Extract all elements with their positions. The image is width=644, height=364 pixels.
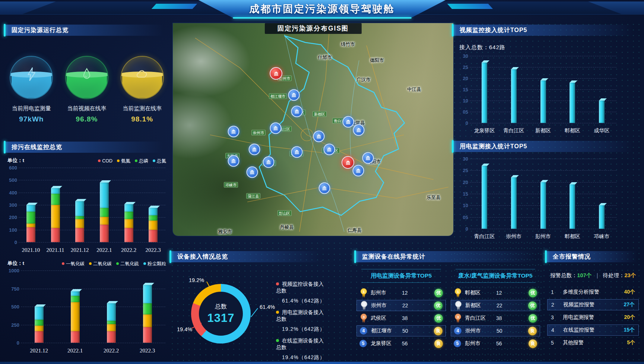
y-tick-label: 250 [8,322,19,327]
alarm-row[interactable]: 4在线监控报警15个 [547,325,639,336]
alarm-row[interactable]: 2视频监控报警27个 [547,299,639,310]
svg-text:1: 1 [363,289,365,293]
abnormal-row[interactable]: 4崇州市50良 [451,325,540,336]
legend-value: 19.4%（642路） [282,354,328,361]
chart-legend: 一氧化碳二氧化碳二氧化硫粉尘颗粒 [57,260,166,267]
region-name: 崇州市 [465,327,497,334]
bar-segment [599,101,605,123]
alarm-row[interactable]: 3用电监测报警20个 [547,312,639,323]
pollution-site-marker[interactable] [353,124,365,136]
legend-item[interactable]: 一氧化碳 [62,261,85,267]
chart-meta: 单位：t一氧化碳二氧化碳二氧化硫粉尘颗粒 [7,260,166,268]
map-city-label: 乐至县 [426,194,441,201]
legend-dot-icon [89,262,92,265]
dashboard: 成都市固定污染源领导驾驶舱 固定污染源运行总览 当前用电监测量97kWh当前视频… [0,0,644,364]
pollution-site-marker[interactable] [343,116,354,128]
bar-top-cap [71,289,82,291]
abnormal-count: 50 [497,328,511,334]
abnormal-row[interactable]: 4都江堰市50良 [356,325,446,336]
alarm-count: 15个 [624,327,635,333]
legend-item[interactable]: 总氮 [153,158,166,164]
gridline [19,205,165,205]
legend-item[interactable]: 氨氮 [117,158,130,164]
bar-segment [75,216,84,219]
abnormal-row[interactable]: 3青白江区38优 [451,313,540,323]
air-emission-chart: 单位：t一氧化碳二氧化碳二氧化硫粉尘颗粒025050075010002021.1… [7,260,167,356]
y-tick-label: 15 [457,191,468,197]
alarm-site-marker[interactable] [342,156,354,169]
rank-cell: 3 [454,313,465,323]
y-tick-label: 30 [457,156,468,162]
alarm-row[interactable]: 5其他报警5个 [547,338,639,348]
abnormal-list-subtitle: 用电监测设备异常TOP5 [361,269,441,283]
pollution-site-marker[interactable] [353,165,364,177]
pollution-site-marker[interactable] [313,131,325,142]
abnormal-count: 22 [497,303,511,308]
legend-value: 19.2%（642路） [282,326,328,333]
alarm-row[interactable]: 1多维度分析报警40个 [547,287,639,297]
panel-header: 排污在线监控总览 [4,142,170,153]
panel-header: 用电监测接入统计TOP5 [452,141,640,152]
pollution-site-marker[interactable] [249,144,260,155]
x-tick-label: 成华区 [584,127,620,134]
gauge-sphere [10,56,53,99]
pollution-site-marker[interactable] [324,144,335,155]
panel-title: 设备接入情况总览 [177,251,328,262]
abnormal-count: 12 [402,290,417,296]
status-badge: 良 [528,327,537,335]
rank-number-icon: 4 [360,327,367,335]
rank-cell: 4 [454,327,465,335]
pollution-site-marker[interactable] [228,126,239,137]
rank-number-icon: 4 [454,327,461,335]
map-town-label: 蒲江县 [246,193,260,199]
status-badge: 良 [434,339,443,348]
alarm-site-marker[interactable] [270,67,282,80]
header-slash-right-decoration [447,4,493,9]
bar-segment [149,230,158,242]
legend-item[interactable]: 二氧化碳 [89,261,112,267]
status-badge: 优 [434,314,443,323]
donut-legend-item[interactable]: 用电监测设备接入总数19.2%（642路） [276,309,328,333]
abnormal-row[interactable]: 2新都区22优 [451,300,540,311]
pollution-site-marker[interactable] [291,146,303,158]
bar-segment [107,324,116,331]
legend-item[interactable]: 总磷 [135,158,148,164]
pollution-site-marker[interactable] [270,123,282,134]
abnormal-row[interactable]: 2崇州市22优 [356,300,446,311]
donut-legend-item[interactable]: 视频监控设备接入总数61.4%（642路） [276,281,328,304]
chart-legend: COD氨氮总磷总氮 [93,157,166,164]
bar-top-cap [511,175,519,177]
rank-number-icon: 5 [454,340,461,347]
panel-title: 视频监控接入统计TOP5 [460,25,640,36]
pollution-site-marker[interactable] [291,106,303,117]
pollution-site-marker[interactable] [362,152,374,164]
bar-segment [51,228,60,242]
abnormal-row[interactable]: 5龙泉驿区56良 [356,338,446,349]
alarm-pending-label: 待处理： [603,272,624,278]
pollution-site-marker[interactable] [288,89,300,101]
map-town-label: 崇州市 [251,130,266,136]
bar-segment [149,208,158,215]
alarm-rank: 1 [551,289,563,295]
bar-top-cap [570,182,577,184]
abnormal-row[interactable]: 1郫都区12优 [451,288,540,298]
abnormal-row[interactable]: 3武侯区38优 [356,313,446,323]
legend-item[interactable]: 二氧化硫 [116,261,139,267]
legend-item[interactable]: 粉尘颗粒 [143,261,166,267]
separator: ｜ [594,272,600,278]
y-tick-label: 20 [457,179,468,185]
pollution-site-marker[interactable] [319,183,330,194]
panel-title: 监测设备在线异常统计 [362,251,542,262]
pollution-site-marker[interactable] [228,155,239,167]
pollution-site-marker[interactable] [263,156,275,168]
gauge: 当前视频在线率96.8% [60,56,114,123]
legend-item[interactable]: COD [98,158,112,164]
pollution-site-marker[interactable] [247,167,258,178]
x-tick-label: 2022.3 [135,247,171,253]
map-vector-layer [173,23,453,236]
y-tick-label: 200 [6,215,17,220]
abnormal-row[interactable]: 1彭州市12优 [356,288,446,298]
legend-name: 视频监控设备接入总数 [276,281,328,294]
donut-legend-item[interactable]: 在线监测设备接入总数19.4%（642路） [276,338,328,361]
abnormal-row[interactable]: 5彭州市56良 [451,338,540,349]
